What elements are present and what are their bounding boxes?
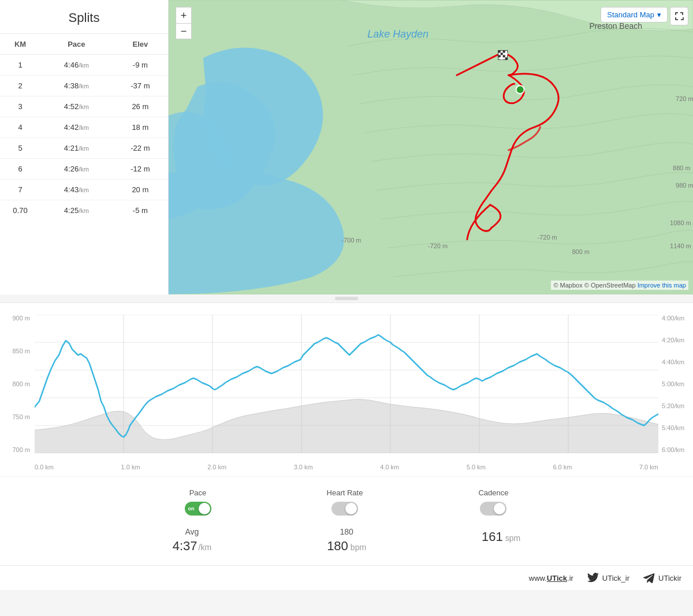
- svg-rect-19: [503, 55, 505, 57]
- svg-text:1080 m: 1080 m: [670, 219, 691, 226]
- pace-toggle-switch[interactable]: on: [185, 502, 211, 516]
- col-pace: Pace: [40, 34, 113, 55]
- chart-x-axis: 0.0 km 1.0 km 2.0 km 3.0 km 4.0 km 5.0 k…: [35, 464, 658, 471]
- split-km: 1: [0, 55, 40, 76]
- y-right-label-1: 4:20/km: [662, 337, 684, 344]
- twitter-link[interactable]: UTick_ir: [587, 573, 629, 583]
- svg-text:Preston Beach: Preston Beach: [589, 21, 642, 31]
- zoom-in-button[interactable]: +: [176, 7, 192, 23]
- heart-rate-toggle-switch[interactable]: [331, 502, 358, 516]
- cadence-toggle-knob: [494, 503, 505, 514]
- heart-rate-stat-group: 180 180 bpm: [327, 527, 366, 554]
- chart-svg: [35, 315, 658, 453]
- table-row: 1 4:46/km -9 m: [0, 55, 168, 76]
- footer: www.UTick.ir UTick_ir UTickir: [0, 565, 693, 590]
- map-type-button[interactable]: Standard Map ▾: [601, 7, 668, 23]
- map-fullscreen-button[interactable]: [670, 7, 688, 25]
- split-elev: -22 m: [113, 138, 168, 159]
- split-elev: -12 m: [113, 159, 168, 180]
- fullscreen-icon: [674, 11, 684, 21]
- svg-rect-21: [505, 57, 508, 59]
- svg-rect-14: [498, 50, 501, 53]
- split-elev: -5 m: [113, 200, 168, 221]
- heart-rate-toggle-group: Heart Rate: [327, 488, 363, 516]
- toggle-on-text: on: [188, 506, 195, 512]
- cadence-toggle-group: Cadence: [478, 488, 508, 516]
- split-km: 4: [0, 117, 40, 138]
- pace-unit: /km: [199, 543, 212, 552]
- pace-value: 4:37: [173, 539, 198, 554]
- splits-panel: Splits KM Pace Elev 1 4:46/km -9 m 2 4:3…: [0, 0, 169, 294]
- pace-toggle-group: Pace on: [185, 488, 211, 516]
- split-pace: 4:25/km: [40, 200, 113, 221]
- split-pace: 4:43/km: [40, 180, 113, 200]
- splits-table: KM Pace Elev 1 4:46/km -9 m 2 4:38/km -3…: [0, 34, 168, 221]
- table-row: 0.70 4:25/km -5 m: [0, 200, 168, 221]
- y-right-label-6: 6:00/km: [662, 446, 684, 453]
- telegram-link[interactable]: UTickir: [643, 573, 681, 583]
- table-row: 3 4:52/km 26 m: [0, 96, 168, 117]
- svg-text:-720 m: -720 m: [428, 242, 448, 249]
- chart-y-axis-left: 900 m 850 m 800 m 750 m 700 m: [0, 315, 33, 453]
- split-km: 5: [0, 138, 40, 159]
- svg-text:880 m: 880 m: [673, 165, 691, 171]
- table-row: 5 4:21/km -22 m: [0, 138, 168, 159]
- x-label-5: 5.0 km: [467, 464, 486, 471]
- y-left-label-0: 900 m: [12, 315, 30, 322]
- pace-avg-label: Avg: [185, 527, 199, 536]
- x-label-4: 4.0 km: [380, 464, 399, 471]
- col-elev: Elev: [113, 34, 168, 55]
- table-row: 4 4:42/km 18 m: [0, 117, 168, 138]
- heart-rate-value: 180: [327, 539, 348, 554]
- split-km: 7: [0, 180, 40, 200]
- split-elev: 20 m: [113, 180, 168, 200]
- y-right-label-5: 5:40/km: [662, 424, 684, 431]
- y-right-label-4: 5:20/km: [662, 402, 684, 409]
- heart-rate-toggle-label: Heart Rate: [327, 488, 363, 497]
- svg-text:-700 m: -700 m: [341, 237, 361, 244]
- svg-rect-15: [503, 50, 505, 53]
- split-pace: 4:46/km: [40, 55, 113, 76]
- x-label-3: 3.0 km: [294, 464, 313, 471]
- svg-text:Lake Hayden: Lake Hayden: [367, 28, 429, 40]
- y-right-label-3: 5:00/km: [662, 380, 684, 387]
- improve-map-link[interactable]: Improve this map: [638, 282, 686, 289]
- cadence-unit: spm: [505, 533, 520, 543]
- split-elev: -9 m: [113, 55, 168, 76]
- svg-text:800 m: 800 m: [572, 248, 590, 255]
- map-controls: + −: [176, 7, 192, 39]
- table-row: 2 4:38/km -37 m: [0, 76, 168, 96]
- telegram-handle: UTickir: [658, 574, 681, 583]
- cadence-stat-group: 161 spm: [482, 527, 520, 554]
- heart-rate-toggle-knob: [345, 503, 357, 514]
- col-km: KM: [0, 34, 40, 55]
- chevron-down-icon: ▾: [657, 10, 661, 19]
- pace-toggle-knob: [199, 503, 210, 514]
- cadence-toggle-switch[interactable]: [480, 502, 506, 516]
- pace-toggle-label: Pace: [189, 488, 207, 497]
- toggles-section: Pace on Heart Rate Cadence: [0, 476, 693, 521]
- chart-container: 900 m 850 m 800 m 750 m 700 m 4:00/km 4:…: [0, 309, 693, 476]
- twitter-handle: UTick_ir: [602, 574, 629, 583]
- svg-point-22: [516, 85, 524, 94]
- split-elev: 26 m: [113, 96, 168, 117]
- cadence-value: 161: [482, 529, 503, 544]
- split-pace: 4:26/km: [40, 159, 113, 180]
- telegram-icon: [643, 573, 655, 583]
- svg-text:-720 m: -720 m: [538, 234, 557, 241]
- svg-rect-16: [501, 53, 503, 55]
- split-km: 2: [0, 76, 40, 96]
- split-km: 6: [0, 159, 40, 180]
- chart-section: 900 m 850 m 800 m 750 m 700 m 4:00/km 4:…: [0, 303, 693, 476]
- top-section: Splits KM Pace Elev 1 4:46/km -9 m 2 4:3…: [0, 0, 693, 294]
- y-left-label-1: 850 m: [12, 348, 30, 354]
- zoom-out-button[interactable]: −: [176, 23, 192, 39]
- y-left-label-2: 800 m: [12, 380, 30, 387]
- split-km: 0.70: [0, 200, 40, 221]
- map-svg: 700 m 720 m 880 m 980 m 1080 m 1140 m -7…: [169, 0, 693, 294]
- split-pace: 4:38/km: [40, 76, 113, 96]
- split-elev: -37 m: [113, 76, 168, 96]
- drag-handle[interactable]: [335, 297, 358, 300]
- drag-handle-container: [0, 294, 693, 303]
- website-label: www.UTick.ir: [529, 574, 573, 583]
